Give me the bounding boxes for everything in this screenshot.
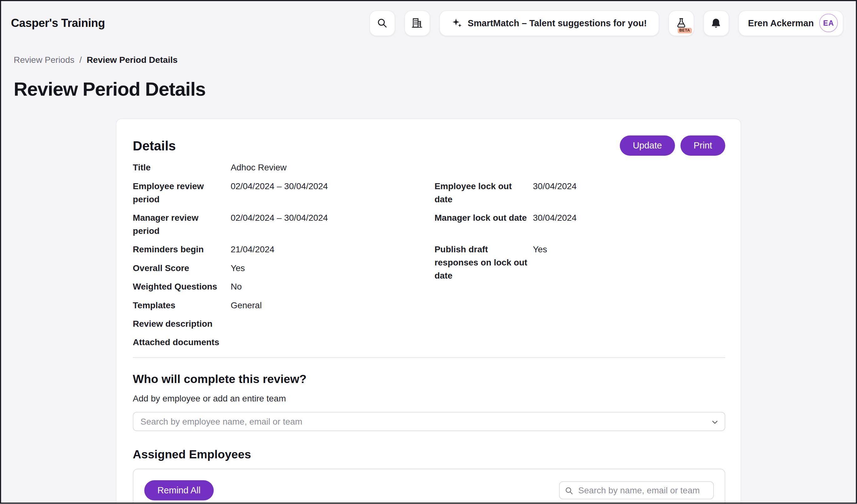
smartmatch-label: SmartMatch – Talent suggestions for you! [468,18,647,28]
user-menu-button[interactable]: Eren Ackerman EA [738,10,843,36]
user-name: Eren Ackerman [748,18,813,28]
assigned-search [559,481,714,499]
field-templates-value: General [231,299,434,312]
details-actions: Update Print [620,135,725,156]
breadcrumb-separator: / [80,55,82,65]
breadcrumb-current: Review Period Details [87,55,178,65]
search-icon [376,18,388,29]
bell-icon [711,17,722,29]
field-employee-review-period-label: Employee review period [133,180,231,206]
field-review-description-label: Review description [133,317,231,330]
breadcrumb-review-periods[interactable]: Review Periods [14,55,74,65]
field-overall-score-label: Overall Score [133,262,231,275]
details-heading: Details [133,138,176,153]
field-reminders-begin-value: 21/04/2024 [231,243,434,256]
field-manager-review-period-value: 02/04/2024 – 30/04/2024 [231,211,434,225]
field-employee-lockout-label: Employee lock out date [434,180,533,206]
field-manager-review-period-label: Manager review period [133,211,231,238]
field-publish-draft-label: Publish draft responses on lock out date [434,243,533,283]
smartmatch-button[interactable]: SmartMatch – Talent suggestions for you! [439,10,659,36]
beta-badge: BETA [677,28,691,33]
building-icon [411,17,423,29]
labs-button[interactable]: BETA [668,10,694,36]
details-fields: Title Adhoc Review Employee review perio… [133,161,725,349]
field-weighted-questions-value: No [231,280,434,293]
field-overall-score-value: Yes [231,262,434,275]
field-employee-review-period-value: 02/04/2024 – 30/04/2024 [231,180,434,193]
search-icon [565,486,573,494]
avatar: EA [819,14,838,32]
review-period-details-card: Details Update Print Title Adhoc Review … [116,119,741,504]
employee-team-select [133,412,725,431]
field-publish-draft-value: Yes [533,243,725,256]
print-button[interactable]: Print [680,135,725,156]
remind-all-button[interactable]: Remind All [144,480,214,501]
field-title-label: Title [133,161,231,174]
field-attached-documents-label: Attached documents [133,336,231,349]
search-button[interactable] [369,10,395,36]
page-title: Review Period Details [14,78,857,100]
assigned-employees-heading: Assigned Employees [133,448,725,462]
breadcrumb: Review Periods / Review Period Details [14,55,857,65]
field-manager-lockout-label: Manager lock out date [434,211,533,225]
notifications-button[interactable] [703,10,729,36]
chevron-down-icon [711,418,719,425]
field-weighted-questions-label: Weighted Questions [133,280,231,293]
update-button[interactable]: Update [620,135,675,156]
organisation-button[interactable] [404,10,430,36]
sparkle-icon [451,18,462,29]
top-header: Casper's Training [0,0,857,46]
app-window: Casper's Training [0,0,857,504]
section-divider [133,358,725,358]
field-employee-lockout-value: 30/04/2024 [533,180,725,193]
field-manager-lockout-value: 30/04/2024 [533,211,725,225]
field-templates-label: Templates [133,299,231,312]
flask-icon [675,17,687,29]
who-section-heading: Who will complete this review? [133,373,725,386]
who-section-subtext: Add by employee or add an entire team [133,394,725,404]
assigned-toolbar: Remind All [144,480,714,501]
details-header: Details Update Print [133,135,725,156]
field-title-value: Adhoc Review [231,161,434,174]
assigned-search-input[interactable] [559,481,714,499]
field-reminders-begin-label: Reminders begin [133,243,231,256]
assigned-employees-panel: Remind All [133,469,725,504]
employee-team-search-input[interactable] [133,412,725,431]
app-title: Casper's Training [11,16,105,29]
